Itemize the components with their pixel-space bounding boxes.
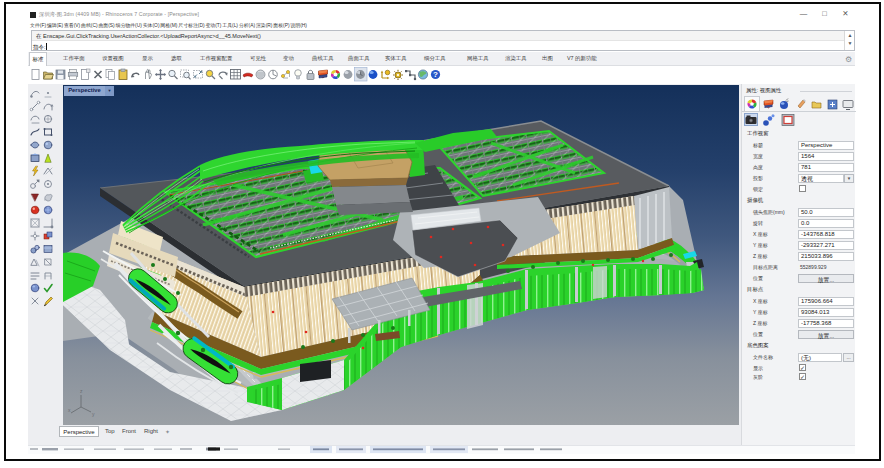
svg-text:?: ? <box>433 70 438 79</box>
